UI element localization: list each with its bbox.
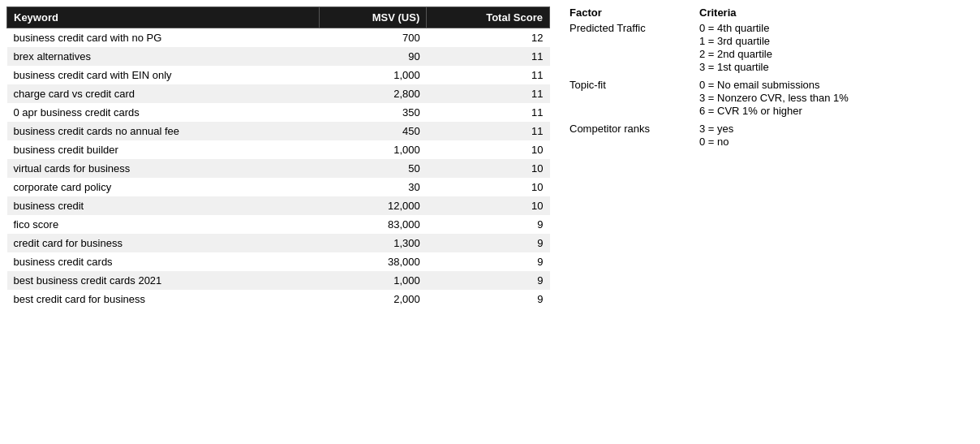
msv-cell: 90: [320, 47, 427, 66]
criteria-text: 3 = Nonzero CVR, less than 1%: [699, 92, 849, 104]
table-row: brex alternatives9011: [7, 47, 550, 66]
score-cell: 11: [427, 47, 550, 66]
criteria-text: 3 = yes: [699, 123, 733, 135]
keyword-cell: best credit card for business: [7, 290, 320, 308]
score-cell: 11: [427, 122, 550, 140]
keyword-cell: business credit cards no annual fee: [7, 122, 320, 140]
table-row: charge card vs credit card2,80011: [7, 84, 550, 103]
keyword-cell: fico score: [7, 215, 320, 234]
keyword-table: Keyword MSV (US) Total Score business cr…: [6, 6, 550, 308]
info-row: 2 = 2nd quartile: [570, 48, 849, 60]
msv-cell: 83,000: [320, 215, 427, 234]
table-row: business credit cards38,0009: [7, 252, 550, 271]
info-sections: Predicted Traffic0 = 4th quartile1 = 3rd…: [570, 22, 849, 148]
score-cell: 9: [427, 215, 550, 234]
keyword-cell: virtual cards for business: [7, 159, 320, 178]
table-row: business credit card with no PG70012: [7, 28, 550, 48]
info-row: Competitor ranks3 = yes: [570, 123, 849, 135]
info-row: Topic-fit0 = No email submissions: [570, 79, 849, 91]
table-row: business credit cards no annual fee45011: [7, 122, 550, 140]
keyword-table-container: Keyword MSV (US) Total Score business cr…: [6, 6, 550, 438]
table-row: fico score83,0009: [7, 215, 550, 234]
table-row: business credit12,00010: [7, 196, 550, 215]
table-row: corporate card policy3010: [7, 178, 550, 196]
table-row: credit card for business1,3009: [7, 234, 550, 252]
score-cell: 9: [427, 252, 550, 271]
score-cell: 9: [427, 234, 550, 252]
keyword-cell: 0 apr business credit cards: [7, 103, 320, 122]
keyword-cell: charge card vs credit card: [7, 84, 320, 103]
score-cell: 9: [427, 290, 550, 308]
msv-cell: 30: [320, 178, 427, 196]
msv-cell: 1,300: [320, 234, 427, 252]
criteria-text: 0 = 4th quartile: [699, 22, 769, 34]
msv-cell: 450: [320, 122, 427, 140]
keyword-cell: corporate card policy: [7, 178, 320, 196]
info-row: 0 = no: [570, 136, 849, 148]
keyword-cell: best business credit cards 2021: [7, 271, 320, 290]
table-row: virtual cards for business5010: [7, 159, 550, 178]
criteria-text: 3 = 1st quartile: [699, 61, 769, 73]
keyword-cell: brex alternatives: [7, 47, 320, 66]
score-cell: 11: [427, 84, 550, 103]
criteria-text: 0 = no: [699, 136, 729, 148]
score-cell: 10: [427, 159, 550, 178]
table-row: best business credit cards 20211,0009: [7, 271, 550, 290]
msv-cell: 1,000: [320, 66, 427, 84]
keyword-cell: business credit card with no PG: [7, 28, 320, 48]
msv-cell: 350: [320, 103, 427, 122]
factor-label: Topic-fit: [570, 79, 699, 91]
criteria-text: 1 = 3rd quartile: [699, 35, 770, 47]
criteria-text: 2 = 2nd quartile: [699, 48, 772, 60]
score-cell: 10: [427, 178, 550, 196]
msv-header: MSV (US): [320, 7, 427, 28]
table-row: 0 apr business credit cards35011: [7, 103, 550, 122]
msv-cell: 700: [320, 28, 427, 48]
info-row: 1 = 3rd quartile: [570, 35, 849, 47]
table-row: business credit card with EIN only1,0001…: [7, 66, 550, 84]
score-cell: 12: [427, 28, 550, 48]
factor-label: Competitor ranks: [570, 123, 699, 135]
score-cell: 9: [427, 271, 550, 290]
keyword-cell: business credit card with EIN only: [7, 66, 320, 84]
msv-cell: 12,000: [320, 196, 427, 215]
keyword-cell: business credit: [7, 196, 320, 215]
info-container: Factor Criteria Predicted Traffic0 = 4th…: [550, 6, 849, 438]
criteria-text: 0 = No email submissions: [699, 79, 819, 91]
table-row: best credit card for business2,0009: [7, 290, 550, 308]
keyword-cell: business credit cards: [7, 252, 320, 271]
info-row: Predicted Traffic0 = 4th quartile: [570, 22, 849, 34]
criteria-header: Criteria: [699, 6, 737, 19]
msv-cell: 2,000: [320, 290, 427, 308]
criteria-text: 6 = CVR 1% or higher: [699, 105, 802, 117]
score-cell: 10: [427, 196, 550, 215]
info-header: Factor Criteria: [570, 6, 849, 19]
msv-cell: 50: [320, 159, 427, 178]
keyword-header: Keyword: [7, 7, 320, 28]
keyword-cell: business credit builder: [7, 140, 320, 159]
msv-cell: 1,000: [320, 140, 427, 159]
score-header: Total Score: [427, 7, 550, 28]
score-cell: 11: [427, 66, 550, 84]
score-cell: 11: [427, 103, 550, 122]
table-row: business credit builder1,00010: [7, 140, 550, 159]
info-row: 3 = 1st quartile: [570, 61, 849, 73]
info-row: 6 = CVR 1% or higher: [570, 105, 849, 117]
msv-cell: 2,800: [320, 84, 427, 103]
info-row: 3 = Nonzero CVR, less than 1%: [570, 92, 849, 104]
keyword-cell: credit card for business: [7, 234, 320, 252]
msv-cell: 38,000: [320, 252, 427, 271]
factor-label: Predicted Traffic: [570, 22, 699, 34]
msv-cell: 1,000: [320, 271, 427, 290]
score-cell: 10: [427, 140, 550, 159]
factor-header: Factor: [570, 6, 699, 19]
